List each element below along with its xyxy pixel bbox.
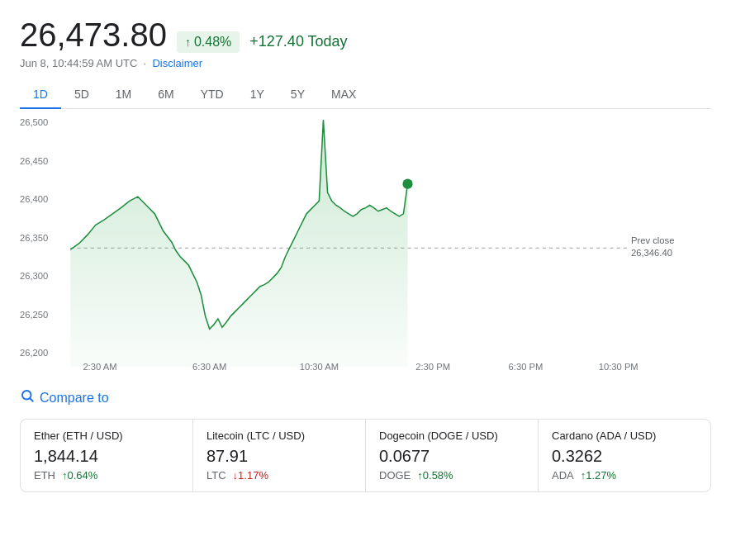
change-arrow: ↑ [185,36,191,49]
svg-text:10:30 PM: 10:30 PM [599,362,638,372]
card-change-doge: ↑0.58% [417,469,453,482]
tab-1m[interactable]: 1M [102,81,145,109]
change-today: +127.40 Today [249,33,347,50]
chart-container: 26,500 26,450 26,400 26,350 26,300 26,25… [20,116,711,372]
crypto-card-ada[interactable]: Cardano (ADA / USD) 0.3262 ADA ↑1.27% [538,419,711,492]
compare-to-button[interactable]: Compare to [20,388,711,407]
svg-text:2:30 AM: 2:30 AM [83,362,116,372]
main-price: 26,473.80 [20,17,167,54]
card-name-doge: Dogecoin (DOGE / USD) [379,429,525,442]
crypto-card-ltc[interactable]: Litecoin (LTC / USD) 87.91 LTC ↓1.17% [192,419,365,492]
crypto-card-doge[interactable]: Dogecoin (DOGE / USD) 0.0677 DOGE ↑0.58% [365,419,538,492]
svg-text:6:30 PM: 6:30 PM [509,362,544,372]
svg-point-10 [402,178,412,188]
card-ticker-ada: ADA [552,469,574,482]
card-price-ada: 0.3262 [552,447,697,466]
card-name-ltc: Litecoin (LTC / USD) [206,429,352,442]
tab-1y[interactable]: 1Y [237,81,278,109]
tab-5y[interactable]: 5Y [278,81,318,109]
tab-max[interactable]: MAX [318,81,369,109]
card-footer-eth: ETH ↑0.64% [34,469,179,482]
crypto-card-eth[interactable]: Ether (ETH / USD) 1,844.14 ETH ↑0.64% [20,419,192,492]
change-badge: ↑ 0.48% [177,31,240,53]
card-footer-ada: ADA ↑1.27% [552,469,697,482]
svg-text:26,250: 26,250 [20,310,48,320]
card-footer-ltc: LTC ↓1.17% [206,469,352,482]
tab-6m[interactable]: 6M [145,81,187,109]
card-price-eth: 1,844.14 [34,447,179,466]
disclaimer-link[interactable]: Disclaimer [152,57,202,69]
svg-text:26,350: 26,350 [20,233,48,243]
card-ticker-doge: DOGE [379,469,411,482]
svg-line-18 [30,398,32,401]
timestamp: Jun 8, 10:44:59 AM UTC · Disclaimer [20,57,711,69]
tab-5d[interactable]: 5D [61,81,102,109]
tab-ytd[interactable]: YTD [187,81,237,109]
svg-text:10:30 AM: 10:30 AM [300,362,339,372]
svg-text:26,400: 26,400 [20,194,48,204]
card-change-eth: ↑0.64% [62,469,97,482]
search-icon [20,388,35,407]
svg-text:2:30 PM: 2:30 PM [415,362,450,372]
card-price-ltc: 87.91 [206,447,352,466]
crypto-cards: Ether (ETH / USD) 1,844.14 ETH ↑0.64% Li… [20,419,711,492]
change-pct: 0.48% [194,35,231,50]
card-name-eth: Ether (ETH / USD) [34,429,179,442]
price-header: 26,473.80 ↑ 0.48% +127.40 Today [20,17,711,54]
card-name-ada: Cardano (ADA / USD) [552,429,697,442]
svg-text:26,500: 26,500 [20,117,48,127]
time-tabs: 1D 5D 1M 6M YTD 1Y 5Y MAX [20,81,711,109]
card-change-ltc: ↓1.17% [233,469,268,482]
svg-text:26,450: 26,450 [20,156,48,166]
svg-text:6:30 AM: 6:30 AM [192,362,226,372]
svg-text:26,346.40: 26,346.40 [631,248,672,258]
compare-label-text: Compare to [40,391,109,406]
price-chart[interactable]: 26,500 26,450 26,400 26,350 26,300 26,25… [20,116,711,372]
svg-text:26,300: 26,300 [20,271,48,281]
card-ticker-eth: ETH [34,469,55,482]
compare-section: Compare to Ether (ETH / USD) 1,844.14 ET… [20,388,711,492]
card-ticker-ltc: LTC [206,469,226,482]
svg-text:26,200: 26,200 [20,348,48,358]
card-footer-doge: DOGE ↑0.58% [379,469,525,482]
card-change-ada: ↑1.27% [581,469,616,482]
svg-text:Prev close: Prev close [631,235,674,245]
card-price-doge: 0.0677 [379,447,525,466]
tab-1d[interactable]: 1D [20,81,61,109]
